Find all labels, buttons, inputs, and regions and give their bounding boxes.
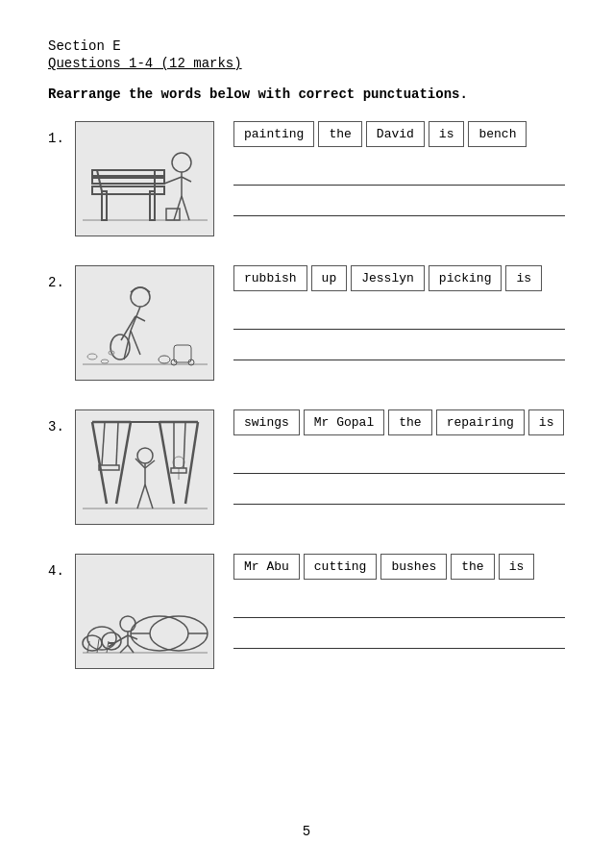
word-tile: swings bbox=[233, 409, 300, 435]
svg-rect-1 bbox=[102, 191, 107, 220]
scene-4-svg bbox=[78, 557, 212, 667]
word-tile: rubbish bbox=[233, 265, 307, 291]
word-tile: Jesslyn bbox=[351, 265, 425, 291]
question-2-block: 2. bbox=[48, 265, 565, 381]
svg-point-28 bbox=[87, 354, 97, 360]
question-4-word-tiles: Mr Abu cutting bushes the is bbox=[233, 554, 565, 580]
svg-line-35 bbox=[185, 422, 198, 504]
svg-line-22 bbox=[131, 331, 140, 355]
word-tile: is bbox=[505, 265, 542, 291]
question-1-block: 1. bbox=[48, 121, 565, 236]
word-tile: bench bbox=[468, 121, 527, 147]
scene-2-svg bbox=[78, 268, 212, 379]
question-3-number: 3. bbox=[48, 409, 75, 434]
question-1-image bbox=[75, 121, 214, 236]
question-2-number: 2. bbox=[48, 265, 75, 290]
question-1-number: 1. bbox=[48, 121, 75, 146]
word-tile: bushes bbox=[380, 554, 447, 580]
question-2-answer-area: rubbish up Jesslyn picking is bbox=[214, 265, 565, 370]
svg-line-63 bbox=[107, 641, 109, 653]
word-tile: the bbox=[318, 121, 361, 147]
question-4-number: 4. bbox=[48, 554, 75, 579]
question-4-image bbox=[75, 554, 214, 669]
question-3-word-tiles: swings Mr Gopal the repairing is bbox=[233, 409, 565, 435]
question-4-block: 4. bbox=[48, 554, 565, 669]
instruction: Rearrange the words below with correct p… bbox=[48, 87, 565, 102]
svg-line-51 bbox=[184, 422, 185, 468]
word-tile: is bbox=[499, 554, 535, 580]
word-tile: picking bbox=[429, 265, 503, 291]
svg-rect-2 bbox=[150, 191, 155, 220]
svg-line-20 bbox=[135, 316, 145, 321]
svg-rect-41 bbox=[99, 465, 119, 470]
question-1-answer-area: painting the David is bench bbox=[214, 121, 565, 226]
section-title: Section E bbox=[48, 38, 565, 54]
question-3-image bbox=[75, 409, 214, 525]
svg-line-71 bbox=[128, 645, 134, 653]
svg-line-33 bbox=[116, 422, 131, 504]
word-tile: painting bbox=[233, 121, 314, 147]
svg-line-39 bbox=[102, 422, 105, 465]
svg-line-14 bbox=[182, 196, 189, 220]
word-tile: repairing bbox=[436, 409, 525, 435]
svg-line-46 bbox=[137, 484, 145, 508]
word-tile: is bbox=[528, 409, 565, 435]
question-3-block: 3. bbox=[48, 409, 565, 525]
word-tile: David bbox=[366, 121, 425, 147]
answer-line-3b[interactable] bbox=[233, 484, 565, 505]
word-tile: is bbox=[429, 121, 465, 147]
svg-rect-5 bbox=[92, 178, 164, 184]
answer-line-4a[interactable] bbox=[233, 597, 565, 618]
svg-line-40 bbox=[116, 422, 118, 465]
question-3-answer-area: swings Mr Gopal the repairing is bbox=[214, 409, 565, 514]
svg-point-8 bbox=[172, 153, 191, 172]
word-tile: Mr Abu bbox=[233, 554, 300, 580]
svg-point-42 bbox=[137, 448, 153, 463]
answer-line-3a[interactable] bbox=[233, 453, 565, 474]
section-subtitle: Questions 1-4 (12 marks) bbox=[48, 56, 565, 71]
answer-line-4b[interactable] bbox=[233, 628, 565, 649]
question-4-answer-area: Mr Abu cutting bushes the is bbox=[214, 554, 565, 658]
svg-line-62 bbox=[97, 639, 99, 653]
svg-rect-25 bbox=[174, 345, 191, 362]
svg-line-70 bbox=[120, 645, 128, 653]
word-tile: up bbox=[311, 265, 348, 291]
svg-line-34 bbox=[159, 422, 174, 504]
scene-1-svg bbox=[78, 124, 212, 235]
page-number: 5 bbox=[303, 824, 310, 839]
word-tile: cutting bbox=[304, 554, 378, 580]
svg-point-48 bbox=[173, 457, 184, 468]
word-tile: Mr Gopal bbox=[304, 409, 384, 435]
answer-line-2b[interactable] bbox=[233, 339, 565, 360]
answer-line-1a[interactable] bbox=[233, 164, 565, 186]
svg-line-47 bbox=[145, 484, 153, 508]
answer-line-1b[interactable] bbox=[233, 195, 565, 216]
svg-line-11 bbox=[182, 177, 191, 182]
svg-point-24 bbox=[159, 356, 170, 363]
scene-3-svg bbox=[78, 412, 212, 523]
svg-point-29 bbox=[101, 360, 109, 363]
svg-point-59 bbox=[83, 635, 102, 651]
svg-rect-4 bbox=[92, 170, 164, 176]
svg-line-6 bbox=[97, 170, 102, 191]
word-tile: the bbox=[388, 409, 431, 435]
answer-line-2a[interactable] bbox=[233, 309, 565, 330]
question-1-word-tiles: painting the David is bench bbox=[233, 121, 565, 147]
svg-point-64 bbox=[120, 616, 135, 632]
svg-line-10 bbox=[164, 177, 182, 184]
question-2-image bbox=[75, 265, 214, 381]
question-2-word-tiles: rubbish up Jesslyn picking is bbox=[233, 265, 565, 291]
word-tile: the bbox=[451, 554, 494, 580]
